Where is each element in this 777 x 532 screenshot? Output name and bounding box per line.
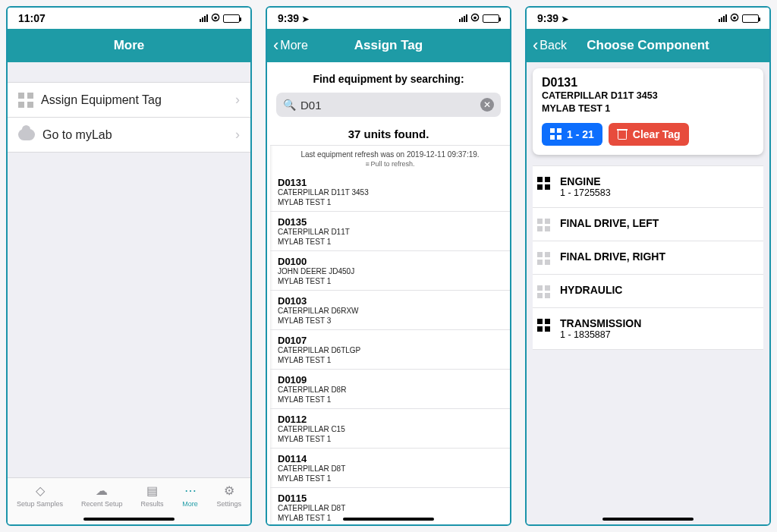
qr-icon [537,252,550,265]
clear-tag-label: Clear Tag [633,128,681,140]
equipment-id: D0131 [542,76,754,90]
tab-settings[interactable]: ⚙Settings [216,483,241,508]
search-prompt: Find equipment by searching: [267,62,510,93]
qr-icon [537,319,550,332]
unit-id: D0103 [278,295,502,307]
back-button[interactable]: ‹ More [273,29,308,62]
component-row[interactable]: TRANSMISSION1 - 1835887 [533,308,763,350]
component-name: FINAL DRIVE, RIGHT [560,250,665,263]
chevron-right-icon: › [235,127,240,143]
battery-icon [223,14,240,23]
cloud-icon [18,129,35,140]
equipment-card: D0131 CATERPILLAR D11T 3453 MYLAB TEST 1… [533,68,763,155]
wifi-icon: ⦿ [211,13,220,24]
component-body: D0131 CATERPILLAR D11T 3453 MYLAB TEST 1… [527,62,769,524]
unit-row[interactable]: D0103CATERPILLAR D6RXWMYLAB TEST 3 [270,291,510,330]
equipment-desc: CATERPILLAR D11T 3453 [542,90,754,102]
trash-icon [617,129,628,140]
back-label: Back [539,39,567,52]
unit-id: D0107 [278,335,502,346]
row-assign-equipment-tag[interactable]: Assign Equipment Tag › [8,82,250,118]
status-time: 11:07 [18,12,46,24]
component-row[interactable]: FINAL DRIVE, RIGHT [533,241,763,275]
unit-row[interactable]: D0109CATERPILLAR D8RMYLAB TEST 1 [270,370,510,409]
row-go-to-mylab[interactable]: Go to myLab › [8,118,250,153]
navbar: ‹ Back Choose Component [527,29,769,62]
screen-choose-component: 9:39 ➤ ⦿ ‹ Back Choose Component D0131 C… [525,6,771,526]
status-time: 9:39 [537,12,558,24]
unit-site: MYLAB TEST 1 [278,238,502,247]
clear-search-button[interactable]: ✕ [480,98,494,112]
unit-desc: CATERPILLAR D8T [278,464,502,474]
qr-icon [18,93,33,108]
unit-site: MYLAB TEST 1 [278,395,502,405]
chevron-right-icon: › [235,92,240,108]
component-name: ENGINE [560,175,611,187]
component-tag: 1 - 1835887 [560,329,641,340]
home-indicator [83,518,175,521]
unit-row[interactable]: D0112CATERPILLAR C15MYLAB TEST 1 [270,409,510,449]
unit-id: D0109 [278,374,502,386]
navbar: ‹ More Assign Tag [267,29,510,62]
back-button[interactable]: ‹ Back [533,29,567,62]
tab-icon: ⋯ [182,483,199,498]
unit-id: D0135 [278,216,502,228]
assign-body: Find equipment by searching: 🔍 D01 ✕ 37 … [267,62,510,524]
unit-id: D0131 [278,177,502,188]
signal-icon [719,14,727,22]
unit-desc: CATERPILLAR D11T 3453 [278,188,502,198]
search-field[interactable]: 🔍 D01 ✕ [276,93,501,117]
tab-label: Recent Setup [81,500,123,508]
wifi-icon: ⦿ [730,13,739,24]
unit-row[interactable]: D0100JOHN DEERE JD450JMYLAB TEST 1 [270,251,510,291]
component-tag: 1 - 1725583 [560,187,611,198]
tab-recent-setup[interactable]: ☁Recent Setup [81,483,123,508]
unit-desc: CATERPILLAR C15 [278,425,502,435]
search-query: D01 [300,99,476,112]
unit-id: D0115 [278,493,502,504]
unit-row[interactable]: D0114CATERPILLAR D8TMYLAB TEST 1 [270,449,510,488]
unit-row[interactable]: D0107CATERPILLAR D6TLGPMYLAB TEST 1 [270,330,510,370]
status-bar: 9:39 ➤ ⦿ [267,8,510,29]
chevron-left-icon: ‹ [273,37,278,54]
status-bar: 9:39 ➤ ⦿ [527,8,769,29]
location-icon: ➤ [302,14,309,24]
unit-desc: CATERPILLAR D6TLGP [278,346,502,356]
qr-icon [537,285,550,298]
component-row[interactable]: ENGINE1 - 1725583 [533,165,763,208]
tag-button[interactable]: 1 - 21 [542,123,602,146]
unit-site: MYLAB TEST 1 [278,277,502,287]
tab-icon: ⚙ [221,483,238,498]
status-bar: 11:07 ⦿ [8,8,250,29]
row-label: Go to myLab [42,128,112,142]
unit-desc: JOHN DEERE JD450J [278,267,502,277]
pull-to-refresh: ≡ Pull to refresh. [270,160,510,172]
signal-icon [200,14,208,22]
unit-site: MYLAB TEST 3 [278,316,502,326]
results-list[interactable]: Last equipment refresh was on 2019-12-11… [270,145,510,524]
battery-icon [483,14,499,23]
tab-setup-samples[interactable]: ◇Setup Samples [17,483,63,508]
unit-row[interactable]: D0135CATERPILLAR D11TMYLAB TEST 1 [270,212,510,251]
tab-label: Results [141,500,164,508]
unit-row[interactable]: D0131CATERPILLAR D11T 3453MYLAB TEST 1 [270,172,510,212]
results-count: 37 units found. [267,117,510,145]
signal-icon [459,14,467,22]
battery-icon [742,14,759,23]
more-body: Assign Equipment Tag › Go to myLab › [8,62,250,477]
unit-id: D0100 [278,256,502,267]
component-name: FINAL DRIVE, LEFT [560,217,659,229]
component-row[interactable]: HYDRAULIC [533,275,763,308]
component-list: ENGINE1 - 1725583FINAL DRIVE, LEFTFINAL … [533,165,763,350]
clear-tag-button[interactable]: Clear Tag [609,123,689,146]
qr-icon [537,177,550,190]
component-row[interactable]: FINAL DRIVE, LEFT [533,208,763,241]
unit-desc: CATERPILLAR D6RXW [278,307,502,316]
tab-results[interactable]: ▤Results [141,483,164,508]
tab-label: Setup Samples [17,500,63,508]
unit-id: D0114 [278,453,502,464]
tab-more[interactable]: ⋯More [182,483,199,508]
equipment-site: MYLAB TEST 1 [542,102,754,115]
last-refresh: Last equipment refresh was on 2019-12-11… [270,146,510,160]
qr-icon [537,219,550,231]
